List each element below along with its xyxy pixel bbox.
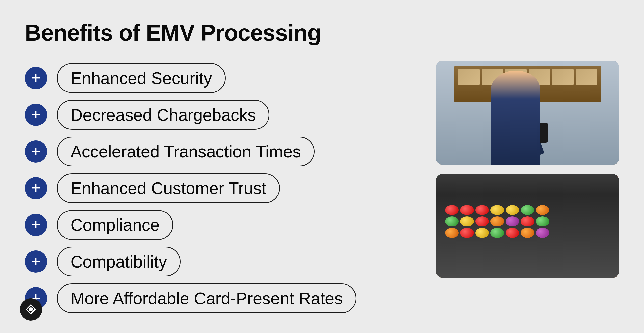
shelf-box-2	[482, 69, 503, 85]
produce-grape-1	[490, 228, 504, 238]
produce-mango-1	[521, 228, 534, 238]
produce-display	[445, 205, 582, 257]
produce-orange-2	[445, 228, 459, 238]
produce-cherry-1	[475, 216, 489, 226]
shelf-box-4	[528, 69, 550, 85]
svg-point-0	[29, 307, 33, 311]
benefit-label-6: Compatibility	[57, 247, 180, 276]
plus-icon-6	[25, 250, 47, 273]
produce-tomato-3	[475, 205, 489, 215]
worker-head	[504, 97, 522, 114]
benefit-item-3: Accelerated Transaction Times	[25, 137, 421, 166]
benefit-item-6: Compatibility	[25, 247, 421, 276]
benefit-item-7: More Affordable Card-Present Rates	[25, 283, 421, 313]
produce-lemon-1	[490, 205, 504, 215]
logo-container	[20, 298, 42, 320]
content-area: Enhanced Security Decreased Chargebacks …	[25, 61, 619, 313]
page-title: Benefits of EMV Processing	[25, 20, 619, 46]
produce-tomato-1	[445, 205, 459, 215]
produce-fig-1	[536, 228, 550, 238]
benefit-item-2: Decreased Chargebacks	[25, 100, 421, 130]
market-scene	[436, 174, 619, 278]
benefit-label-4: Enhanced Customer Trust	[57, 173, 280, 203]
shelf-box-5	[552, 69, 574, 85]
produce-apple-1	[521, 205, 534, 215]
shelf-box-3	[505, 69, 526, 85]
produce-row-3	[445, 228, 582, 238]
produce-strawberry-1	[506, 228, 519, 238]
slide-container: Benefits of EMV Processing Enhanced Secu…	[0, 0, 644, 333]
benefit-label-1: Enhanced Security	[57, 63, 226, 93]
produce-kiwi-1	[536, 216, 550, 226]
worker-figure	[491, 97, 536, 165]
benefit-label-5: Compliance	[57, 210, 173, 240]
plus-icon-2	[25, 104, 47, 126]
produce-lemon-3	[460, 216, 474, 226]
worker-torso	[498, 115, 528, 165]
produce-banana-1	[475, 228, 489, 238]
produce-orange-1	[536, 205, 550, 215]
produce-tomato-4	[521, 216, 534, 226]
plus-icon-4	[25, 177, 47, 199]
image-produce-market	[436, 174, 619, 278]
produce-row-1	[445, 205, 582, 215]
plus-icon-5	[25, 214, 47, 236]
benefit-label-7: More Affordable Card-Present Rates	[57, 283, 356, 313]
images-column	[436, 61, 619, 278]
plus-icon-3	[25, 140, 47, 163]
payment-device	[534, 123, 548, 143]
produce-cherry-2	[460, 228, 474, 238]
company-logo	[20, 298, 42, 320]
device-arm	[517, 128, 545, 160]
produce-lemon-2	[506, 205, 519, 215]
benefit-label-3: Accelerated Transaction Times	[57, 137, 314, 166]
produce-plum-1	[506, 216, 519, 226]
worker-hair	[506, 97, 521, 107]
benefit-item-1: Enhanced Security	[25, 63, 421, 93]
produce-tomato-2	[460, 205, 474, 215]
plus-icon-1	[25, 67, 47, 89]
image-retail-worker	[436, 61, 619, 165]
benefit-item-5: Compliance	[25, 210, 421, 240]
apron	[501, 123, 526, 165]
benefit-item-4: Enhanced Customer Trust	[25, 173, 421, 203]
shelf-items	[458, 69, 597, 85]
shelf-box-1	[458, 69, 480, 85]
shelf-box-6	[576, 69, 597, 85]
benefit-label-2: Decreased Chargebacks	[57, 100, 270, 130]
logo-icon	[24, 303, 38, 316]
produce-lime-1	[445, 216, 459, 226]
benefits-list: Enhanced Security Decreased Chargebacks …	[25, 61, 421, 313]
produce-mandarin-1	[490, 216, 504, 226]
produce-row-2	[445, 216, 582, 226]
